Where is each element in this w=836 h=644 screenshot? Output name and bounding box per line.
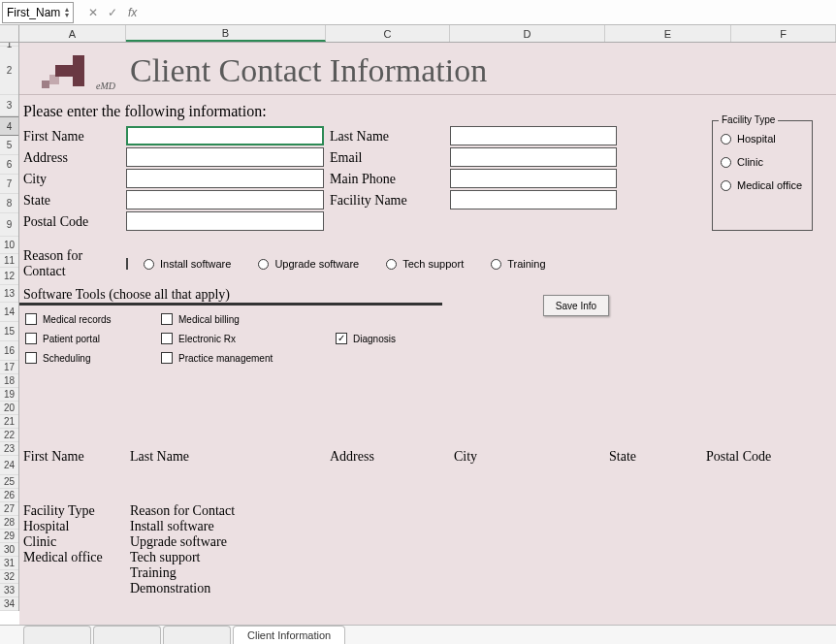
input-email[interactable] — [450, 147, 617, 167]
row-header-19[interactable]: 19 — [0, 388, 18, 402]
radio-clinic[interactable]: Clinic — [721, 156, 804, 168]
row-header-8[interactable]: 8 — [0, 194, 18, 213]
radio-training[interactable]: Training — [491, 258, 545, 270]
reason-options: Install software Upgrade software Tech s… — [126, 258, 546, 270]
input-last-name[interactable] — [450, 126, 617, 145]
row-header-13[interactable]: 13 — [0, 285, 18, 303]
row-header-2[interactable]: 2 — [0, 47, 18, 95]
sheet-tab-2[interactable] — [163, 626, 231, 644]
input-first-name[interactable] — [126, 126, 324, 145]
row-header-21[interactable]: 21 — [0, 415, 18, 429]
row-header-11[interactable]: 11 — [0, 254, 18, 268]
row-header-10[interactable]: 10 — [0, 237, 18, 254]
col-header-c[interactable]: C — [326, 25, 450, 42]
cancel-icon[interactable]: ✕ — [83, 6, 103, 19]
emd-logo: eMD — [19, 51, 126, 90]
checkbox-icon — [161, 313, 173, 325]
row-header-30[interactable]: 30 — [0, 543, 18, 557]
row-header-16[interactable]: 16 — [0, 341, 18, 361]
row-header-27[interactable]: 27 — [0, 502, 18, 516]
row-header-25[interactable]: 25 — [0, 475, 18, 489]
lt-c: Medical office — [23, 550, 130, 565]
row-header-18[interactable]: 18 — [0, 374, 18, 388]
checkbox-practice-management[interactable]: Practice management — [161, 352, 336, 364]
radio-medical-office[interactable]: Medical office — [721, 179, 804, 191]
row-header-22[interactable]: 22 — [0, 429, 18, 442]
lt-c: Tech support — [130, 550, 421, 565]
lt-h2: Reason for Contact — [130, 503, 421, 519]
fx-label[interactable]: fx — [128, 6, 137, 19]
row-header-24[interactable]: 24 — [0, 456, 18, 475]
checkbox-electronic-rx[interactable]: Electronic Rx — [161, 333, 336, 344]
radio-icon — [721, 134, 731, 145]
radio-icon — [386, 259, 397, 270]
col-header-d[interactable]: D — [450, 25, 605, 42]
worksheet[interactable]: eMD Client Contact Information Please en… — [19, 43, 836, 644]
sheet-tab-0[interactable] — [23, 626, 91, 644]
row-header-3[interactable]: 3 — [0, 95, 18, 116]
dh-city: City — [454, 449, 609, 465]
row-header-6[interactable]: 6 — [0, 155, 18, 175]
input-main-phone[interactable] — [450, 169, 617, 188]
row-header-34[interactable]: 34 — [0, 597, 18, 611]
col-header-b[interactable]: B — [126, 25, 326, 42]
radio-icon — [258, 259, 269, 270]
checkbox-icon — [161, 333, 173, 344]
name-box-stepper-icon[interactable]: ▴▾ — [65, 7, 69, 18]
logo-text: eMD — [96, 80, 115, 91]
row-header-32[interactable]: 32 — [0, 570, 18, 584]
reason-label: Reason for Contact — [19, 248, 126, 279]
select-all-corner[interactable] — [0, 25, 19, 42]
input-facility-name[interactable] — [450, 190, 617, 209]
row-header-5[interactable]: 5 — [0, 136, 18, 155]
lt-c: Training — [130, 565, 421, 581]
row-header-12[interactable]: 12 — [0, 268, 18, 285]
col-header-f[interactable]: F — [731, 25, 836, 42]
checkbox-icon — [25, 313, 37, 325]
row-header-17[interactable]: 17 — [0, 361, 18, 374]
checkbox-medical-billing[interactable]: Medical billing — [161, 313, 336, 325]
checkbox-scheduling[interactable]: Scheduling — [25, 352, 161, 364]
checkbox-medical-records[interactable]: Medical records — [25, 313, 161, 325]
formula-input[interactable] — [143, 2, 836, 23]
lt-c: Demonstration — [130, 581, 421, 596]
row-header-20[interactable]: 20 — [0, 402, 18, 415]
label-first-name: First Name — [19, 126, 126, 147]
lt-c — [23, 565, 130, 581]
row-header-23[interactable]: 23 — [0, 442, 18, 456]
label-facility-name: Facility Name — [326, 190, 450, 211]
sheet-tab-1[interactable] — [93, 626, 161, 644]
title-row: eMD Client Contact Information — [19, 47, 836, 95]
row-header-4[interactable]: 4 — [0, 116, 18, 136]
radio-install-software[interactable]: Install software — [144, 258, 231, 270]
row-header-7[interactable]: 7 — [0, 175, 18, 194]
radio-upgrade-software[interactable]: Upgrade software — [258, 258, 359, 270]
sheet-tab-3[interactable]: Client Information — [233, 626, 345, 644]
checkbox-icon — [336, 333, 347, 344]
confirm-icon[interactable]: ✓ — [103, 6, 122, 19]
radio-tech-support[interactable]: Tech support — [386, 258, 464, 270]
label-city: City — [19, 169, 126, 190]
col-header-e[interactable]: E — [605, 25, 731, 42]
input-city[interactable] — [126, 169, 324, 188]
row-header-29[interactable]: 29 — [0, 530, 18, 543]
input-postal-code[interactable] — [126, 211, 324, 231]
row-header-33[interactable]: 33 — [0, 584, 18, 597]
row-header-26[interactable]: 26 — [0, 489, 18, 502]
lt-c: Clinic — [23, 534, 130, 550]
row-header-9[interactable]: 9 — [0, 213, 18, 237]
input-address[interactable] — [126, 147, 324, 167]
row-header-31[interactable]: 31 — [0, 557, 18, 570]
label-main-phone: Main Phone — [326, 169, 450, 190]
col-header-a[interactable]: A — [19, 25, 126, 42]
row-header-15[interactable]: 15 — [0, 322, 18, 341]
facility-type-group: Facility Type Hospital Clinic Medical of… — [712, 120, 813, 231]
row-header-28[interactable]: 28 — [0, 516, 18, 530]
save-info-button[interactable]: Save Info — [543, 295, 609, 316]
row-header-14[interactable]: 14 — [0, 303, 18, 322]
name-box[interactable]: First_Nam ▴▾ — [2, 2, 74, 23]
input-state[interactable] — [126, 190, 324, 209]
checkbox-patient-portal[interactable]: Patient portal — [25, 333, 161, 344]
radio-hospital[interactable]: Hospital — [721, 133, 804, 145]
checkbox-diagnosis[interactable]: Diagnosis — [336, 333, 471, 344]
